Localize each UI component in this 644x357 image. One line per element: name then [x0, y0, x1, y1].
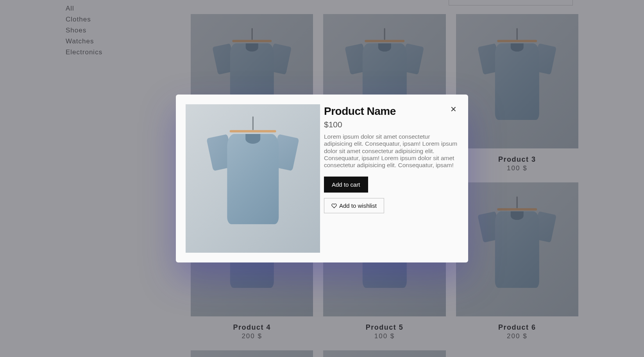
modal-product-image [186, 104, 320, 253]
close-icon[interactable]: × [451, 104, 456, 114]
wishlist-label: Add to wishlist [339, 202, 377, 209]
heart-icon [331, 203, 337, 209]
modal-content: Product Name $100 Lorem ipsum dolor sit … [324, 104, 458, 253]
modal-overlay[interactable]: Product Name $100 Lorem ipsum dolor sit … [0, 0, 644, 357]
add-to-wishlist-button[interactable]: Add to wishlist [324, 198, 384, 213]
modal-price: $100 [324, 120, 458, 129]
add-to-cart-button[interactable]: Add to cart [324, 177, 368, 193]
modal-title: Product Name [324, 105, 458, 118]
product-detail-modal: Product Name $100 Lorem ipsum dolor sit … [176, 95, 468, 262]
modal-description: Lorem ipsum dolor sit amet consectetur a… [324, 133, 458, 169]
